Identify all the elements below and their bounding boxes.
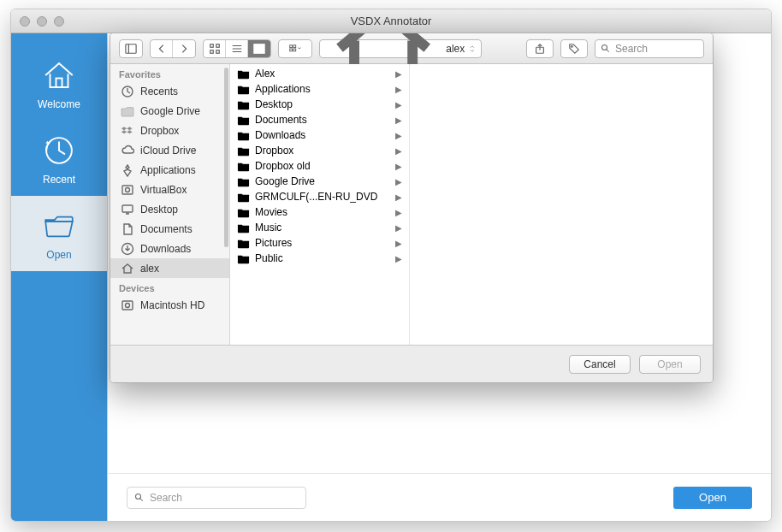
view-icons-button[interactable]: [204, 40, 226, 57]
folder-row[interactable]: Alex ▶: [230, 66, 409, 81]
folder-row[interactable]: Dropbox old ▶: [230, 158, 409, 174]
sidebar-item-recent[interactable]: Recent: [11, 121, 107, 196]
svg-rect-12: [210, 44, 213, 47]
sidebar-item-label: Desktop: [140, 204, 178, 216]
share-icon: [534, 43, 546, 55]
tags-button[interactable]: [560, 39, 588, 58]
chevron-right-icon: ▶: [395, 115, 402, 125]
sidebar-item-label: Applications: [140, 164, 196, 176]
nav-back-forward: [150, 39, 196, 58]
chevron-right-icon: ▶: [395, 177, 402, 186]
folder-row[interactable]: Music ▶: [230, 220, 409, 235]
bottom-bar: Search Open: [108, 473, 771, 521]
folder-icon: [237, 175, 250, 188]
sidebar-item-label: Downloads: [140, 243, 191, 255]
path-dropdown[interactable]: alex: [319, 39, 482, 58]
folder-name: Documents: [255, 114, 307, 126]
disk-icon: [121, 299, 134, 312]
folder-row[interactable]: Public ▶: [230, 251, 409, 266]
folder-open-icon: [41, 208, 77, 244]
folder-row[interactable]: Pictures ▶: [230, 235, 409, 251]
list-icon: [231, 43, 243, 55]
home-icon: [41, 57, 77, 93]
svg-rect-13: [216, 44, 219, 47]
folder-name: Movies: [255, 206, 287, 218]
folder-row[interactable]: Downloads ▶: [230, 127, 409, 143]
sidebar-toggle[interactable]: [119, 39, 143, 58]
scrollbar[interactable]: [224, 68, 228, 247]
folder-row[interactable]: Movies ▶: [230, 204, 409, 220]
sidebar-item[interactable]: alex: [110, 258, 229, 278]
group-by-button[interactable]: [278, 39, 312, 58]
sidebar-item[interactable]: Recents: [110, 81, 229, 101]
window-title: VSDX Annotator: [11, 15, 771, 27]
sidebar-item-label: alex: [140, 263, 159, 275]
desktop-icon: [121, 203, 134, 216]
apps-icon: [121, 163, 134, 177]
view-list-button[interactable]: [226, 40, 248, 57]
disk-icon: [121, 183, 134, 197]
folder-row[interactable]: Documents ▶: [230, 112, 409, 127]
sidebar-item[interactable]: Documents: [110, 219, 229, 239]
tag-icon: [568, 43, 580, 55]
folder-icon: [237, 191, 250, 204]
sidebar-item-label: Recents: [140, 86, 178, 98]
updown-icon: [469, 44, 476, 53]
search-icon: [134, 493, 145, 503]
dropbox-icon: [121, 124, 134, 138]
folder-icon: [237, 114, 250, 127]
svg-rect-15: [216, 50, 219, 53]
search-icon: [601, 44, 611, 54]
grid-icon: [209, 43, 221, 55]
svg-rect-25: [293, 49, 296, 51]
folder-icon: [237, 222, 250, 234]
sidebar-item[interactable]: VirtualBox: [110, 180, 229, 199]
sidebar-item-open[interactable]: Open: [11, 196, 107, 271]
sidebar-item[interactable]: Dropbox: [110, 121, 229, 140]
open-button[interactable]: Open: [673, 487, 752, 509]
sidebar-item[interactable]: Google Drive: [110, 101, 229, 121]
sidebar-item[interactable]: Macintosh HD: [110, 295, 229, 315]
svg-rect-10: [126, 44, 136, 53]
folder-row[interactable]: Applications ▶: [230, 81, 409, 97]
sidebar-item-label: iCloud Drive: [140, 145, 196, 157]
sidebar-item[interactable]: Downloads: [110, 239, 229, 258]
folder-row[interactable]: Desktop ▶: [230, 97, 409, 112]
chevron-right-icon: ▶: [395, 254, 402, 263]
cancel-button[interactable]: Cancel: [569, 355, 631, 374]
sidebar-item-label: Google Drive: [140, 105, 200, 117]
sidebar-item-label: Open: [46, 249, 71, 261]
app-side-nav: Welcome Recent Open: [11, 33, 107, 521]
chevron-right-icon: [178, 43, 190, 55]
folder-name: Desktop: [255, 98, 293, 110]
column-resize-handle[interactable]: ||: [410, 64, 412, 66]
folder-row[interactable]: GRMCULF(...EN-RU_DVD ▶: [230, 189, 409, 204]
folder-name: Alex: [255, 68, 275, 80]
sidebar-item[interactable]: Applications: [110, 160, 229, 180]
folder-gray-icon: [121, 104, 134, 118]
sidebar-item-welcome[interactable]: Welcome: [11, 45, 107, 121]
file-column-empty: ||: [410, 64, 713, 345]
sidebar-item[interactable]: iCloud Drive: [110, 140, 229, 160]
dialog-search-input[interactable]: Search: [595, 39, 704, 58]
search-input[interactable]: Search: [127, 487, 306, 509]
view-mode-switch: [203, 39, 271, 58]
share-button[interactable]: [526, 39, 554, 58]
dialog-open-button[interactable]: Open: [639, 355, 701, 374]
sidebar-item[interactable]: Desktop: [110, 199, 229, 219]
file-open-dialog: alex Search Favorites Recents Google Dri…: [110, 33, 714, 383]
folder-row[interactable]: Google Drive ▶: [230, 174, 409, 189]
folder-icon: [237, 206, 250, 219]
nav-back-button[interactable]: [151, 40, 173, 57]
sidebar-item-label: Dropbox: [140, 125, 179, 137]
folder-icon: [237, 129, 250, 142]
cloud-icon: [121, 144, 134, 157]
sidebar-item-label: VirtualBox: [140, 184, 187, 196]
folder-row[interactable]: Dropbox ▶: [230, 143, 409, 158]
svg-rect-19: [254, 44, 264, 53]
nav-forward-button[interactable]: [173, 40, 195, 57]
sidebar-icon: [125, 43, 137, 55]
folder-name: Google Drive: [255, 175, 315, 187]
view-columns-button[interactable]: [248, 40, 270, 57]
sidebar-header-favorites: Favorites: [110, 64, 229, 81]
